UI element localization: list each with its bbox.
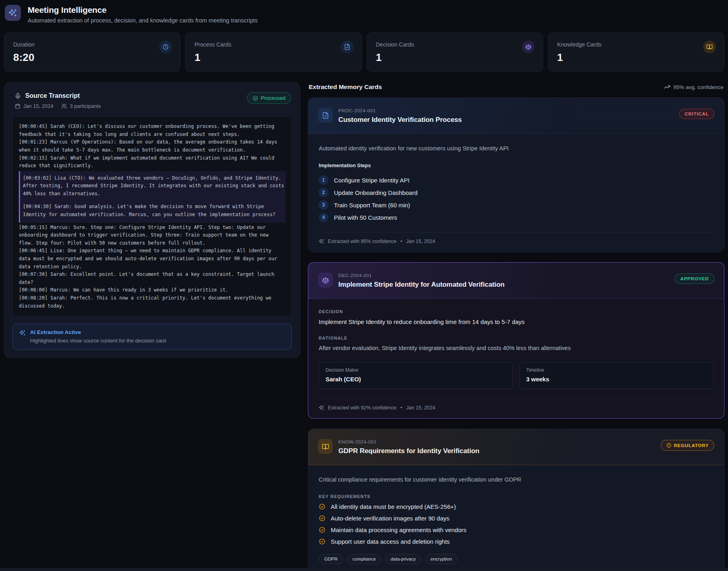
key-requirements-label: KEY REQUIREMENTS xyxy=(319,494,714,499)
ai-note-text: AI Extraction Active Highlighted lines s… xyxy=(30,329,166,344)
main-columns: Source Transcript Jan 15, 2024 3 partici… xyxy=(4,82,724,571)
page: Meeting Intelligence Automated extractio… xyxy=(0,0,728,571)
step-number: 1 xyxy=(319,175,328,185)
check-circle-icon xyxy=(319,538,326,545)
transcript-title: Source Transcript xyxy=(25,92,80,99)
implementation-step: 1Configure Stripe Identity API xyxy=(319,175,714,185)
step-text: Pilot with 50 Customers xyxy=(334,214,397,221)
file-check-icon xyxy=(322,112,329,119)
page-title: Meeting Intelligence xyxy=(28,5,258,15)
book-open-icon xyxy=(322,443,329,450)
extraction-date: Jan 15, 2024 xyxy=(406,239,435,244)
stat-card-duration: Duration8:20 xyxy=(4,32,180,72)
implementation-steps-list: 1Configure Stripe Identity API2Update On… xyxy=(319,175,714,222)
transcript-meta: Jan 15, 2024 3 participants xyxy=(15,103,290,109)
avg-confidence-text: 95% avg. confidence xyxy=(673,84,724,90)
knowledge-card-body: Critical compliance requirements for cus… xyxy=(308,465,724,571)
stat-icon-chip xyxy=(341,40,354,53)
process-card[interactable]: PROC-2024-001 Customer Identity Verifica… xyxy=(308,97,724,252)
transcript-segment: [00:08:00] Marcus: We can have this read… xyxy=(19,286,285,294)
knowledge-card[interactable]: KNOW-2024-001 GDPR Requirements for Iden… xyxy=(308,429,724,571)
step-number: 3 xyxy=(319,200,328,210)
decision-card-footer: Extracted with 92% confidence • Jan 15, … xyxy=(319,399,714,418)
requirement-item: Auto-delete verification images after 90… xyxy=(319,515,714,522)
decision-text: Implement Stripe Identity to reduce onbo… xyxy=(319,318,714,325)
app-logo xyxy=(5,5,21,21)
decision-label: DECISION xyxy=(319,309,714,314)
tag-chip: data-privacy xyxy=(385,554,421,564)
sparkles-icon xyxy=(319,239,324,244)
transcript-segment: [00:06:45] Lisa: One important thing — w… xyxy=(19,247,285,271)
trending-up-icon xyxy=(664,84,670,90)
ai-note-title: AI Extraction Active xyxy=(30,329,166,335)
transcript-segment: [00:05:15] Marcus: Sure. Step one: Confi… xyxy=(19,224,285,247)
transcript-segment: [00:01:23] Marcus (VP Operations): Based… xyxy=(19,138,285,154)
implementation-step: 4Pilot with 50 Customers xyxy=(319,213,714,222)
sparkles-icon xyxy=(319,405,324,411)
decision-card-body: DECISION Implement Stripe Identity to re… xyxy=(308,299,724,399)
scale-icon xyxy=(322,277,329,284)
process-card-body: Automated identity verification for new … xyxy=(308,134,724,232)
knowledge-card-header: KNOW-2024-001 GDPR Requirements for Iden… xyxy=(308,429,724,465)
transcript-segment: [00:03:02] Lisa (CTO): We evaluated thre… xyxy=(23,174,285,198)
sparkles-icon xyxy=(8,8,17,17)
step-number: 4 xyxy=(319,213,328,222)
stat-card-decision-cards: Decision Cards1 xyxy=(367,32,543,72)
stat-value: 1 xyxy=(194,51,352,64)
extraction-confidence-text: Extracted with 92% confidence xyxy=(328,405,396,411)
tag-chip: compliance xyxy=(347,554,381,564)
microphone-icon xyxy=(14,93,21,99)
extraction-date: Jan 15, 2024 xyxy=(406,405,435,411)
rationale-text: After vendor evaluation, Stripe Identity… xyxy=(319,345,714,351)
critical-badge: CRITICAL xyxy=(679,109,714,119)
stats-row: Duration8:20Process Cards1Decision Cards… xyxy=(4,32,724,72)
decision-maker-value: Sarah (CEO) xyxy=(326,376,506,383)
transcript-segment: [00:02:15] Sarah: What if we implement a… xyxy=(19,154,285,170)
clock-icon xyxy=(162,44,169,50)
requirement-text: Support user data access and deletion ri… xyxy=(331,538,450,545)
requirement-text: Maintain data processing agreements with… xyxy=(331,526,467,533)
check-circle-icon xyxy=(253,95,258,101)
tags-row: GDPRcompliancedata-privacyencryption xyxy=(319,554,714,564)
transcript-segment: [00:00:45] Sarah (CEO): Let's discuss ou… xyxy=(19,123,285,138)
decision-card-icon-chip xyxy=(318,273,333,288)
decision-card-id: DEC-2024-001 xyxy=(338,273,505,278)
memory-cards-header: Extracted Memory Cards 95% avg. confiden… xyxy=(309,83,724,91)
decision-card[interactable]: DEC-2024-001 Implement Stripe Identity f… xyxy=(308,262,724,419)
implementation-step: 3Train Support Team (60 min) xyxy=(319,200,714,210)
process-card-icon-chip xyxy=(318,108,333,123)
transcript-panel: Source Transcript Jan 15, 2024 3 partici… xyxy=(4,82,300,358)
process-card-title: Customer Identity Verification Process xyxy=(338,116,462,124)
approved-badge: APPROVED xyxy=(675,273,714,284)
implementation-step: 2Update Onboarding Dashboard xyxy=(319,188,714,197)
timeline-value: 3 weeks xyxy=(526,376,707,383)
decision-meta-row: Decision Maker Sarah (CEO) Timeline 3 we… xyxy=(319,362,714,389)
check-circle-icon xyxy=(319,515,326,522)
implementation-steps-label: Implementation Steps xyxy=(319,163,714,168)
calendar-icon xyxy=(15,103,20,109)
requirement-text: Auto-delete verification images after 90… xyxy=(331,515,449,522)
processed-badge: Processed xyxy=(247,92,291,104)
highlighted-transcript-block: [00:03:02] Lisa (CTO): We evaluated thre… xyxy=(19,171,285,223)
transcript-segment: [00:08:20] Sarah: Perfect. This is now a… xyxy=(19,294,285,310)
knowledge-description: Critical compliance requirements for cus… xyxy=(319,476,714,483)
participants-text: 3 participants xyxy=(70,103,101,109)
regulatory-badge: REGULATORY xyxy=(661,440,714,451)
step-text: Update Onboarding Dashboard xyxy=(334,189,417,196)
requirement-item: All identity data must be encrypted (AES… xyxy=(319,503,714,510)
requirements-list: All identity data must be encrypted (AES… xyxy=(319,503,714,545)
sparkles-icon xyxy=(19,330,26,336)
book-open-icon xyxy=(706,44,713,50)
timeline-box: Timeline 3 weeks xyxy=(520,362,714,389)
stat-value: 1 xyxy=(376,51,534,64)
knowledge-card-icon-chip xyxy=(318,439,333,454)
step-text: Configure Stripe Identity API xyxy=(334,177,409,184)
transcript-box[interactable]: [00:00:45] Sarah (CEO): Let's discuss ou… xyxy=(12,116,292,316)
meeting-date: Jan 15, 2024 xyxy=(15,103,53,109)
separator-dot: • xyxy=(400,239,402,244)
stat-label: Decision Cards xyxy=(376,41,534,48)
process-description: Automated identity verification for new … xyxy=(319,145,714,152)
tag-chip: encryption xyxy=(425,554,457,564)
separator-dot: • xyxy=(400,405,402,411)
ai-note-subtitle: Highlighted lines show source content fo… xyxy=(30,338,166,344)
